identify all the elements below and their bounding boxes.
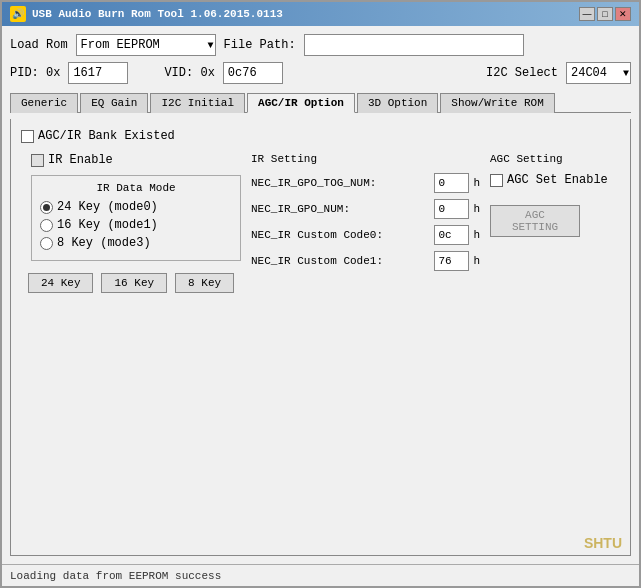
ir-enable-checkbox[interactable]	[31, 154, 44, 167]
agc-setting-title: AGC Setting	[490, 153, 620, 165]
vid-label: VID: 0x	[164, 66, 214, 80]
window-title: USB Audio Burn Rom Tool 1.06.2015.0113	[32, 8, 283, 20]
tab-content: AGC/IR Bank Existed IR Enable IR Data Mo…	[10, 119, 631, 556]
ir-setting-title: IR Setting	[251, 153, 480, 165]
ir-field-2-unit: h	[473, 229, 480, 241]
btn-16key[interactable]: 16 Key	[101, 273, 167, 293]
agc-setting-panel: AGC Setting AGC Set Enable AGC SETTING	[490, 153, 620, 569]
main-window: 🔊 USB Audio Burn Rom Tool 1.06.2015.0113…	[0, 0, 641, 588]
btn-24key[interactable]: 24 Key	[28, 273, 94, 293]
i2c-select-label: I2C Select	[486, 66, 558, 80]
vid-input[interactable]	[223, 62, 283, 84]
ir-field-3-label: NEC_IR Custom Code1:	[251, 255, 430, 267]
radio-8key-btn[interactable]	[40, 237, 53, 250]
agc-enable-row: AGC Set Enable	[490, 173, 620, 187]
pid-vid-row: PID: 0x VID: 0x I2C Select 24C04 24C08 2…	[10, 62, 631, 84]
btn-8key[interactable]: 8 Key	[175, 273, 234, 293]
tab-3d-option[interactable]: 3D Option	[357, 93, 438, 113]
agc-enable-label: AGC Set Enable	[507, 173, 608, 187]
ir-enable-label: IR Enable	[48, 153, 113, 167]
key-buttons-row: 24 Key 16 Key 8 Key	[21, 273, 241, 293]
ir-field-3-input[interactable]	[434, 251, 469, 271]
radio-16key-label: 16 Key (mode1)	[57, 218, 158, 232]
ir-setting-panel: IR Setting NEC_IR_GPO_TOG_NUM: h NEC_IR_…	[251, 153, 480, 569]
ir-field-1-label: NEC_IR_GPO_NUM:	[251, 203, 430, 215]
tab-show-write-rom[interactable]: Show/Write ROM	[440, 93, 554, 113]
file-path-input[interactable]	[304, 34, 524, 56]
ir-data-mode-title: IR Data Mode	[40, 182, 232, 194]
ir-enable-row: IR Enable	[31, 153, 241, 167]
ir-field-0-unit: h	[473, 177, 480, 189]
radio-24key-label: 24 Key (mode0)	[57, 200, 158, 214]
i2c-select-dropdown[interactable]: 24C04 24C08 24C16 24C32	[566, 62, 631, 84]
load-rom-dropdown[interactable]: From EEPROMFrom File	[76, 34, 216, 56]
app-icon: 🔊	[10, 6, 26, 22]
status-text: Loading data from EEPROM success	[10, 570, 221, 582]
bank-existed-checkbox[interactable]	[21, 130, 34, 143]
bank-existed-row: AGC/IR Bank Existed	[21, 129, 620, 143]
title-bar: 🔊 USB Audio Burn Rom Tool 1.06.2015.0113…	[2, 2, 639, 26]
tab-agc-ir-option[interactable]: AGC/IR Option	[247, 93, 355, 113]
tab-eq-gain[interactable]: EQ Gain	[80, 93, 148, 113]
load-rom-label: Load Rom	[10, 38, 68, 52]
title-bar-left: 🔊 USB Audio Burn Rom Tool 1.06.2015.0113	[10, 6, 283, 22]
file-path-label: File Path:	[224, 38, 296, 52]
agc-enable-checkbox[interactable]	[490, 174, 503, 187]
radio-24key-btn[interactable]	[40, 201, 53, 214]
ir-field-2-input[interactable]	[434, 225, 469, 245]
ir-data-mode-box: IR Data Mode 24 Key (mode0) 16 Key (mode…	[31, 175, 241, 261]
agc-setting-button[interactable]: AGC SETTING	[490, 205, 580, 237]
ir-field-2: NEC_IR Custom Code0: h	[251, 225, 480, 245]
tab-generic[interactable]: Generic	[10, 93, 78, 113]
ir-field-3: NEC_IR Custom Code1: h	[251, 251, 480, 271]
load-rom-row: Load Rom From EEPROMFrom File ▼ File Pat…	[10, 34, 631, 56]
ir-field-0: NEC_IR_GPO_TOG_NUM: h	[251, 173, 480, 193]
watermark: SHTU	[584, 535, 622, 551]
panel-group: IR Enable IR Data Mode 24 Key (mode0)	[21, 153, 620, 569]
radio-24key: 24 Key (mode0)	[40, 200, 232, 214]
radio-16key: 16 Key (mode1)	[40, 218, 232, 232]
ir-field-1: NEC_IR_GPO_NUM: h	[251, 199, 480, 219]
ir-field-1-unit: h	[473, 203, 480, 215]
pid-label: PID: 0x	[10, 66, 60, 80]
agc-ir-panel: AGC/IR Bank Existed IR Enable IR Data Mo…	[21, 129, 620, 545]
load-rom-dropdown-wrapper: From EEPROMFrom File ▼	[76, 34, 216, 56]
ir-field-2-label: NEC_IR Custom Code0:	[251, 229, 430, 241]
bank-existed-label: AGC/IR Bank Existed	[38, 129, 175, 143]
ir-field-0-input[interactable]	[434, 173, 469, 193]
tab-i2c-initial[interactable]: I2C Initial	[150, 93, 245, 113]
right-panels: IR Setting NEC_IR_GPO_TOG_NUM: h NEC_IR_…	[251, 153, 620, 569]
main-content: Load Rom From EEPROMFrom File ▼ File Pat…	[2, 26, 639, 564]
radio-16key-btn[interactable]	[40, 219, 53, 232]
maximize-button[interactable]: □	[597, 7, 613, 21]
ir-field-1-input[interactable]	[434, 199, 469, 219]
left-panel: IR Enable IR Data Mode 24 Key (mode0)	[21, 153, 241, 569]
ir-field-0-label: NEC_IR_GPO_TOG_NUM:	[251, 177, 430, 189]
radio-8key-label: 8 Key (mode3)	[57, 236, 151, 250]
pid-input[interactable]	[68, 62, 128, 84]
tab-bar: Generic EQ Gain I2C Initial AGC/IR Optio…	[10, 92, 631, 113]
ir-field-3-unit: h	[473, 255, 480, 267]
i2c-select-wrapper: 24C04 24C08 24C16 24C32 ▼	[566, 62, 631, 84]
title-controls: — □ ✕	[579, 7, 631, 21]
radio-8key: 8 Key (mode3)	[40, 236, 232, 250]
close-button[interactable]: ✕	[615, 7, 631, 21]
minimize-button[interactable]: —	[579, 7, 595, 21]
